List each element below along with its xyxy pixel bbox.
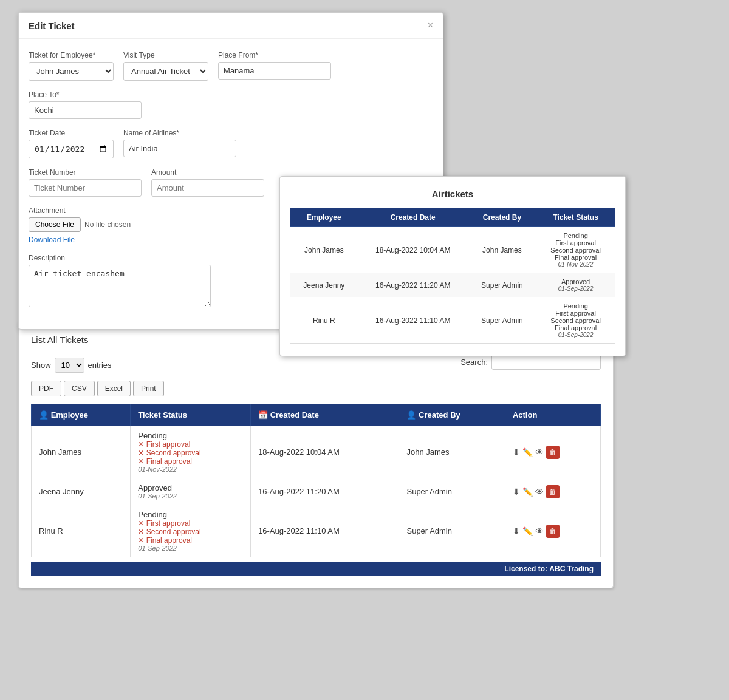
choose-file-button[interactable]: Choose File xyxy=(29,217,81,232)
row-action: ⬇ ✏️ 👁 🗑 xyxy=(505,505,600,557)
print-button[interactable]: Print xyxy=(133,381,164,396)
airtickets-th-created-date: Created Date xyxy=(358,208,468,227)
airlines-label: Name of Airlines* xyxy=(123,129,236,137)
place-to-input[interactable] xyxy=(29,101,142,119)
row-created-date: 18-Aug-2022 10:04 AM xyxy=(251,426,399,478)
attachment-label: Attachment xyxy=(29,206,131,215)
data-table-header-row: 👤 Employee Ticket Status 📅 Created Date … xyxy=(32,404,601,426)
row-created-by: John James xyxy=(399,426,505,478)
search-input[interactable] xyxy=(491,355,601,370)
airtickets-row: Rinu R 16-Aug-2022 11:10 AM Super Admin … xyxy=(290,297,615,344)
airtickets-th-created-by: Created By xyxy=(468,208,536,227)
view-icon[interactable]: 👁 xyxy=(535,487,544,497)
description-group: Description xyxy=(29,254,211,307)
delete-button[interactable]: 🗑 xyxy=(546,525,560,538)
download-icon[interactable]: ⬇ xyxy=(513,487,520,497)
ticket-employee-group: Ticket for Employee* John James xyxy=(29,51,114,81)
pdf-button[interactable]: PDF xyxy=(31,381,61,396)
row-action: ⬇ ✏️ 👁 🗑 xyxy=(505,426,600,478)
th-created-date: 📅 Created Date xyxy=(251,404,399,426)
th-created-by: 👤 Created By xyxy=(399,404,505,426)
left-controls: Show 10 25 50 entries xyxy=(31,358,112,373)
description-label: Description xyxy=(29,254,211,262)
airtickets-created-by: John James xyxy=(468,227,536,273)
data-table: 👤 Employee Ticket Status 📅 Created Date … xyxy=(31,404,601,557)
download-icon[interactable]: ⬇ xyxy=(513,526,520,536)
th-employee: 👤 Employee xyxy=(32,404,131,426)
place-from-group: Place From* xyxy=(218,51,331,81)
ticket-date-group: Ticket Date xyxy=(29,129,114,158)
download-file-link[interactable]: Download File xyxy=(29,236,131,244)
download-icon[interactable]: ⬇ xyxy=(513,447,520,457)
ticket-date-input[interactable] xyxy=(29,140,114,158)
row-employee: Rinu R xyxy=(32,505,131,557)
search-label: Search: xyxy=(460,358,488,367)
entries-label: entries xyxy=(88,361,112,370)
row-created-by: Super Admin xyxy=(399,478,505,505)
airtickets-created-by: Super Admin xyxy=(468,297,536,344)
action-icons: ⬇ ✏️ 👁 🗑 xyxy=(513,485,593,498)
list-all-label: List All xyxy=(31,335,57,345)
delete-button[interactable]: 🗑 xyxy=(546,446,560,459)
ticket-employee-select[interactable]: John James xyxy=(29,62,114,81)
place-to-group: Place To* xyxy=(29,90,142,119)
description-textarea[interactable] xyxy=(29,265,211,307)
airtickets-created-date: 16-Aug-2022 11:20 AM xyxy=(358,273,468,297)
action-icons: ⬇ ✏️ 👁 🗑 xyxy=(513,525,593,538)
ticket-number-group: Ticket Number xyxy=(29,168,142,197)
licensed-label: Licensed to: xyxy=(504,565,547,573)
row-action: ⬇ ✏️ 👁 🗑 xyxy=(505,478,600,505)
edit-icon[interactable]: ✏️ xyxy=(522,526,533,536)
table-row: John James PendingFirst approvalSecond a… xyxy=(32,426,601,478)
entries-select[interactable]: 10 25 50 xyxy=(55,358,84,373)
airtickets-created-date: 18-Aug-2022 10:04 AM xyxy=(358,227,468,273)
show-label: Show xyxy=(31,361,51,370)
search-row: Search: xyxy=(460,355,601,370)
airtickets-employee: Rinu R xyxy=(290,297,358,344)
visit-type-select[interactable]: Annual Air Ticket xyxy=(123,62,208,81)
airtickets-created-by: Super Admin xyxy=(468,273,536,297)
place-to-label: Place To* xyxy=(29,90,142,99)
visit-type-group: Visit Type Annual Air Ticket xyxy=(123,51,208,81)
airtickets-employee: Jeena Jenny xyxy=(290,273,358,297)
modal-header: Edit Ticket × xyxy=(19,13,443,39)
airtickets-header-row: Employee Created Date Created By Ticket … xyxy=(290,208,615,227)
csv-button[interactable]: CSV xyxy=(64,381,95,396)
th-ticket-status: Ticket Status xyxy=(131,404,251,426)
edit-icon[interactable]: ✏️ xyxy=(522,447,533,457)
place-from-input[interactable] xyxy=(218,62,331,80)
airtickets-row: Jeena Jenny 16-Aug-2022 11:20 AM Super A… xyxy=(290,273,615,297)
licensed-bar: Licensed to: ABC Trading xyxy=(31,562,601,576)
amount-input[interactable] xyxy=(151,179,264,197)
list-panel: List All Tickets Show 10 25 50 entries S… xyxy=(18,322,614,588)
airtickets-ticket-status: PendingFirst approvalSecond approvalFina… xyxy=(536,297,615,344)
ticket-number-input[interactable] xyxy=(29,179,142,197)
view-icon[interactable]: 👁 xyxy=(535,526,544,536)
amount-group: Amount xyxy=(151,168,264,197)
airlines-group: Name of Airlines* xyxy=(123,129,236,158)
table-row: Rinu R PendingFirst approvalSecond appro… xyxy=(32,505,601,557)
edit-icon[interactable]: ✏️ xyxy=(522,487,533,497)
row-created-date: 16-Aug-2022 11:20 AM xyxy=(251,478,399,505)
form-row-1: Ticket for Employee* John James Visit Ty… xyxy=(29,51,433,119)
airtickets-ticket-status: Approved01-Sep-2022 xyxy=(536,273,615,297)
no-file-label: No file chosen xyxy=(84,220,131,229)
modal-title: Edit Ticket xyxy=(29,21,75,31)
excel-button[interactable]: Excel xyxy=(97,381,131,396)
tickets-label: Tickets xyxy=(60,335,89,345)
airtickets-row: John James 18-Aug-2022 10:04 AM John Jam… xyxy=(290,227,615,273)
airtickets-th-ticket-status: Ticket Status xyxy=(536,208,615,227)
person2-icon: 👤 xyxy=(406,410,419,420)
airtickets-employee: John James xyxy=(290,227,358,273)
form-row-2: Ticket Date Name of Airlines* xyxy=(29,129,433,158)
person-icon: 👤 xyxy=(39,410,51,420)
airlines-input[interactable] xyxy=(123,140,236,157)
visit-type-label: Visit Type xyxy=(123,51,208,59)
delete-button[interactable]: 🗑 xyxy=(546,485,560,498)
ticket-employee-label: Ticket for Employee* xyxy=(29,51,114,59)
airtickets-th-employee: Employee xyxy=(290,208,358,227)
modal-close-button[interactable]: × xyxy=(428,20,433,31)
view-icon[interactable]: 👁 xyxy=(535,447,544,457)
row-ticket-status: PendingFirst approvalSecond approvalFina… xyxy=(131,426,251,478)
attachment-row: Choose File No file chosen xyxy=(29,217,131,232)
